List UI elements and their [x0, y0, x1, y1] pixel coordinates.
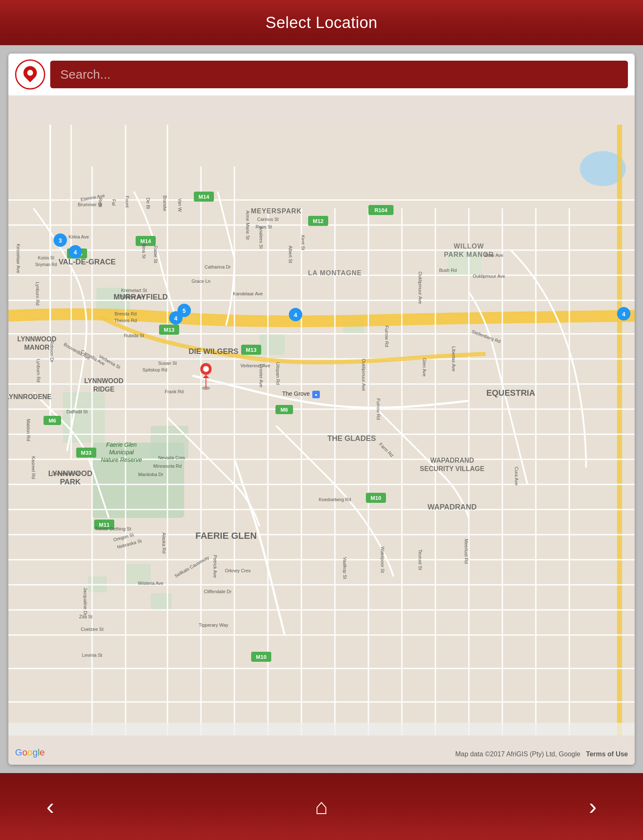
pin-icon: [23, 66, 37, 83]
svg-text:Carinus St: Carinus St: [257, 217, 278, 222]
svg-text:Spitskop Rd: Spitskop Rd: [142, 367, 167, 372]
svg-text:Verkenner Ave: Verkenner Ave: [240, 363, 270, 368]
map-data-text: Map data ©2017 AfriGIS (Pty) Ltd, Google: [455, 750, 580, 758]
svg-text:M10: M10: [256, 654, 266, 660]
svg-rect-3: [63, 392, 105, 443]
svg-text:Daffodil St: Daffodil St: [67, 409, 88, 414]
svg-text:MEYERSPARK: MEYERSPARK: [251, 207, 302, 215]
svg-text:Coetzee St: Coetzee St: [81, 627, 103, 632]
svg-text:4: 4: [622, 311, 625, 318]
svg-text:Snyman Rd: Snyman Rd: [35, 262, 57, 267]
svg-text:Ouklipmuur Ave: Ouklipmuur Ave: [473, 274, 505, 279]
svg-text:Bush Rd: Bush Rd: [439, 268, 457, 273]
svg-text:Lynburn Rd: Lynburn Rd: [35, 282, 40, 305]
svg-text:Alaska Rd: Alaska Rd: [162, 533, 167, 553]
svg-text:The Grove: The Grove: [282, 390, 310, 397]
svg-text:Anne Marie St: Anne Marie St: [245, 210, 250, 240]
svg-text:Brandw: Brandw: [162, 195, 167, 211]
svg-text:Grace Ln: Grace Ln: [191, 279, 210, 284]
svg-text:Robson Dr: Robson Dr: [49, 341, 54, 363]
svg-rect-10: [151, 593, 172, 610]
svg-text:Susan St: Susan St: [158, 361, 177, 366]
svg-text:Meerlust Rd: Meerlust Rd: [464, 539, 469, 563]
svg-text:Kesselaar Ave: Kesselaar Ave: [16, 244, 21, 273]
svg-text:Jacqualine Dr: Jacqualine Dr: [83, 587, 88, 616]
svg-text:Provier Ave: Provier Ave: [259, 364, 264, 387]
forward-button[interactable]: ›: [576, 790, 610, 823]
svg-text:Fount: Fount: [125, 196, 130, 207]
svg-text:M6: M6: [280, 407, 288, 413]
svg-text:Kasreel Rd: Kasreel Rd: [31, 456, 36, 479]
svg-text:Nevada Cres: Nevada Cres: [158, 455, 185, 460]
svg-text:FAERIE GLEN: FAERIE GLEN: [195, 530, 257, 541]
svg-text:4: 4: [174, 315, 177, 322]
svg-text:Albert St: Albert St: [288, 246, 293, 263]
svg-text:Teurust St: Teurust St: [418, 549, 423, 570]
svg-text:Frank Rd: Frank Rd: [165, 389, 183, 394]
svg-text:M13: M13: [246, 347, 256, 353]
map-attribution: Map data ©2017 AfriGIS (Pty) Ltd, Google…: [455, 750, 628, 758]
svg-text:WILLOW: WILLOW: [454, 243, 484, 250]
svg-point-192: [203, 366, 209, 372]
search-input[interactable]: [50, 61, 628, 88]
map-card: M14 M14 M16 M13 M13 M12: [8, 54, 635, 765]
svg-text:De Bl: De Bl: [146, 198, 151, 209]
svg-text:Fal: Fal: [111, 199, 116, 205]
svg-text:●: ●: [315, 392, 317, 397]
svg-text:Orkney Cres: Orkney Cres: [225, 568, 251, 573]
svg-text:Manitoba Dr: Manitoba Dr: [138, 472, 163, 477]
svg-text:Catharina Dr: Catharina Dr: [205, 264, 231, 269]
svg-text:Furrow Rd: Furrow Rd: [376, 398, 381, 420]
terms-of-use[interactable]: Terms of Use: [586, 750, 628, 758]
location-icon-button[interactable]: [15, 59, 45, 90]
map-svg: M14 M14 M16 M13 M13 M12: [8, 95, 635, 765]
svg-text:Repi: Repi: [98, 198, 103, 207]
location-icon-inner: [21, 65, 39, 84]
svg-text:LYNNRODENE: LYNNRODENE: [8, 393, 52, 400]
svg-text:RIDGE: RIDGE: [93, 386, 115, 393]
svg-text:EQUESTRIA: EQUESTRIA: [486, 388, 535, 397]
svg-text:Libertas Ave: Libertas Ave: [451, 346, 456, 371]
svg-text:Nature Reserve: Nature Reserve: [101, 456, 142, 463]
back-chevron-icon: ‹: [46, 795, 54, 818]
svg-text:Kirkia Ave: Kirkia Ave: [69, 234, 89, 239]
page-title: Select Location: [265, 14, 377, 32]
svg-text:Brenda Rd: Brenda Rd: [115, 311, 137, 316]
svg-text:Rubida St: Rubida St: [124, 333, 144, 338]
back-button[interactable]: ‹: [33, 790, 67, 823]
svg-text:Glenwood Rd: Glenwood Rd: [51, 471, 80, 476]
svg-text:Faerie Glen: Faerie Glen: [106, 441, 136, 448]
svg-text:Cliffendale Dr: Cliffendale Dr: [204, 589, 232, 594]
svg-text:Wildevy Ave: Wildevy Ave: [120, 294, 145, 299]
home-button[interactable]: ⌂: [305, 790, 338, 823]
svg-text:Kuisis St: Kuisis St: [38, 256, 54, 260]
svg-text:Minnesota Rd: Minnesota Rd: [153, 464, 182, 469]
svg-text:M6: M6: [49, 417, 56, 424]
svg-text:Petrick Ave: Petrick Ave: [213, 555, 218, 578]
svg-text:Municipal: Municipal: [109, 449, 134, 456]
svg-rect-193: [8, 723, 635, 735]
svg-text:Glen Ave: Glen Ave: [422, 358, 427, 376]
header: Select Location: [0, 0, 643, 45]
svg-text:Vaalkop St: Vaalkop St: [342, 557, 347, 579]
forward-chevron-icon: ›: [589, 795, 597, 818]
svg-text:Wakepoor St: Wakepoor St: [380, 546, 385, 573]
svg-text:LA MONTAGNE: LA MONTAGNE: [308, 269, 362, 277]
svg-text:DIE WILGERS: DIE WILGERS: [188, 347, 238, 356]
svg-text:Zita St: Zita St: [79, 614, 93, 619]
svg-text:Cura Ave: Cura Ave: [514, 466, 519, 485]
svg-text:LYNNWOOD: LYNNWOOD: [84, 377, 123, 384]
svg-text:Trevor Gething St: Trevor Gething St: [95, 526, 131, 531]
svg-text:M12: M12: [313, 218, 323, 224]
svg-text:3: 3: [59, 237, 62, 244]
svg-text:Analees St: Analees St: [259, 226, 264, 248]
svg-text:4: 4: [294, 312, 297, 318]
map-container[interactable]: M14 M14 M16 M13 M13 M12: [8, 95, 635, 765]
svg-text:Levinia St: Levinia St: [82, 653, 102, 658]
svg-text:MANOR: MANOR: [24, 344, 50, 351]
svg-text:Ouklipmuur Ave: Ouklipmuur Ave: [418, 271, 423, 304]
google-logo: Google: [15, 747, 45, 758]
footer: ‹ ⌂ ›: [0, 773, 643, 840]
svg-text:M10: M10: [370, 495, 381, 501]
svg-text:VAL-DE-GRACE: VAL-DE-GRACE: [59, 258, 116, 266]
